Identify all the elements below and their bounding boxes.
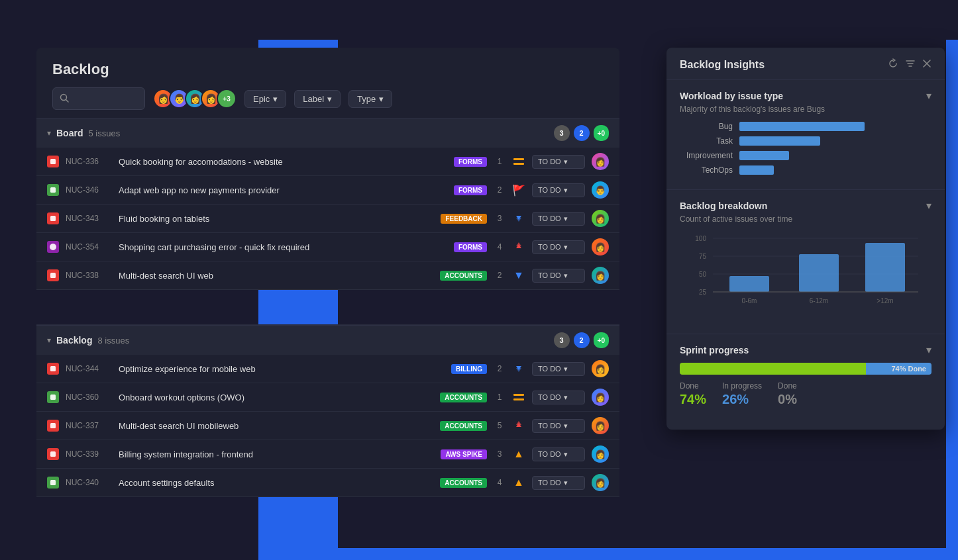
priority-urgent-icon: [512, 242, 525, 253]
svg-text:75: 75: [699, 253, 707, 260]
svg-rect-12: [513, 398, 524, 400]
avatar[interactable]: 👩: [592, 417, 609, 434]
sprint-stat-done: Done 74%: [680, 381, 706, 407]
backlog-section-header: ▾ Backlog 8 issues 3 2 +0: [36, 325, 619, 355]
refresh-button[interactable]: [888, 58, 898, 71]
tag-accounts: ACCOUNTS: [440, 421, 487, 431]
workload-bar-improvement: [739, 151, 789, 160]
issue-num: 2: [494, 185, 506, 195]
chevron-down-icon[interactable]: ▾: [47, 128, 51, 138]
workload-subtitle: Majority of this backlog's issues are Bu…: [680, 105, 931, 114]
table-row[interactable]: NUC-346 Adapt web app no new payments pr…: [36, 176, 619, 205]
tag-forms: FORMS: [454, 242, 487, 252]
breakdown-section: Backlog breakdown ▾ Count of active issu…: [666, 190, 945, 334]
filter-button[interactable]: [905, 58, 916, 71]
main-panel: Backlog 👩 👨 👩 👩 +3 Epic ▾: [36, 48, 619, 290]
workload-label-improvement: Improvement: [680, 151, 733, 160]
chevron-down-icon: ▾: [564, 243, 568, 252]
breakdown-subtitle: Count of active issues over time: [680, 214, 931, 224]
issue-id: NUC-337: [66, 421, 112, 430]
table-row[interactable]: NUC-338 Multi-dest search UI web ACCOUNT…: [36, 261, 619, 290]
issue-title: Multi-dest search UI mobileweb: [119, 421, 433, 431]
status-button[interactable]: TO DO ▾: [532, 391, 585, 404]
workload-bar-bg: [739, 122, 931, 131]
backlog-issues-list: NUC-344 Optimize experience for mobile w…: [36, 355, 619, 497]
badge-count-3: +0: [594, 125, 609, 141]
table-row[interactable]: NUC-360 Onboard workout options (OWO) AC…: [36, 383, 619, 412]
priority-low-icon: [512, 213, 525, 224]
close-button[interactable]: [922, 59, 931, 71]
issue-title: Shopping cart purchasing error - quick f…: [119, 242, 447, 252]
avatar[interactable]: 👩: [592, 210, 609, 227]
svg-rect-13: [50, 423, 56, 428]
table-row[interactable]: NUC-336 Quick booking for accomodations …: [36, 148, 619, 176]
board-issues-list: NUC-336 Quick booking for accomodations …: [36, 148, 619, 290]
status-button[interactable]: TO DO ▾: [532, 362, 585, 376]
avatar[interactable]: 👩: [592, 360, 609, 377]
issue-id: NUC-346: [66, 185, 112, 195]
sprint-bar-done: [680, 363, 866, 375]
issue-num: 3: [494, 214, 506, 223]
issue-num: 5: [494, 421, 506, 430]
avatar[interactable]: 👩: [592, 389, 609, 406]
avatar-more[interactable]: +3: [217, 89, 237, 109]
epic-filter-button[interactable]: Epic ▾: [244, 90, 286, 108]
workload-bar-bg: [739, 136, 931, 146]
badge-count-1: 3: [554, 125, 570, 141]
tag-accounts: ACCOUNTS: [440, 271, 487, 281]
breakdown-chart: 100 75 50 25 0-6m 6-12m >12m: [680, 232, 931, 324]
chevron-down-icon: ▾: [379, 94, 384, 104]
sprint-stat-inprogress: In progress 26%: [722, 381, 762, 407]
avatar[interactable]: 👩: [592, 153, 609, 170]
search-box[interactable]: [52, 87, 145, 110]
tag-forms: FORMS: [454, 185, 487, 195]
status-button[interactable]: TO DO ▾: [532, 269, 585, 283]
status-button[interactable]: TO DO ▾: [532, 447, 585, 461]
svg-rect-11: [513, 394, 524, 396]
badge-count-1: 3: [554, 332, 570, 348]
table-row[interactable]: NUC-337 Multi-dest search UI mobileweb A…: [36, 412, 619, 440]
svg-text:6-12m: 6-12m: [810, 297, 828, 304]
label-filter-button[interactable]: Label ▾: [294, 90, 341, 108]
task-icon: [47, 391, 59, 403]
status-button[interactable]: TO DO ▾: [532, 183, 585, 197]
chevron-down-icon[interactable]: ▾: [926, 199, 931, 212]
chevron-down-icon: ▾: [564, 450, 568, 459]
chevron-down-icon[interactable]: ▾: [926, 89, 931, 102]
avatar[interactable]: 👩: [592, 267, 609, 284]
search-icon: [60, 93, 69, 105]
status-button[interactable]: TO DO ▾: [532, 155, 585, 169]
bug-icon: [47, 156, 59, 167]
table-row[interactable]: NUC-343 Fluid booking on tablets FEEDBAC…: [36, 205, 619, 233]
table-row[interactable]: NUC-344 Optimize experience for mobile w…: [36, 355, 619, 383]
chevron-down-icon: ▾: [564, 422, 568, 430]
table-row[interactable]: NUC-340 Account settings defaults ACCOUN…: [36, 469, 619, 497]
backlog-badges: 3 2 +0: [554, 332, 609, 348]
table-row[interactable]: NUC-354 Shopping cart purchasing error -…: [36, 233, 619, 261]
svg-line-1: [66, 99, 69, 102]
status-button[interactable]: TO DO ▾: [532, 476, 585, 490]
priority-medium-high-icon: ▲: [512, 477, 525, 489]
workload-bar-bg: [739, 151, 931, 160]
insights-panel: Backlog Insights: [666, 48, 945, 430]
avatar-group[interactable]: 👩 👨 👩 👩 +3: [153, 89, 237, 109]
chevron-down-icon: ▾: [327, 94, 332, 104]
chevron-down-icon[interactable]: ▾: [926, 344, 931, 356]
type-filter-button[interactable]: Type ▾: [348, 90, 392, 108]
board-section-header: ▾ Board 5 issues 3 2 +0: [36, 118, 619, 148]
breakdown-title-row: Backlog breakdown ▾: [680, 199, 931, 212]
avatar[interactable]: 👨: [592, 181, 609, 199]
avatar[interactable]: 👩: [592, 474, 609, 491]
avatar[interactable]: 👩: [592, 445, 609, 463]
table-row[interactable]: NUC-339 Billing system integration - fro…: [36, 440, 619, 469]
issue-id: NUC-344: [66, 364, 112, 373]
status-button[interactable]: TO DO ▾: [532, 240, 585, 254]
status-button[interactable]: TO DO ▾: [532, 212, 585, 226]
chevron-down-icon: ▾: [564, 479, 568, 487]
chevron-down-icon: ▾: [564, 271, 568, 280]
avatar[interactable]: 👩: [592, 238, 609, 256]
status-button[interactable]: TO DO ▾: [532, 419, 585, 433]
issue-id: NUC-360: [66, 393, 112, 402]
chevron-down-icon[interactable]: ▾: [47, 336, 51, 345]
badge-count-2: 2: [574, 125, 590, 141]
